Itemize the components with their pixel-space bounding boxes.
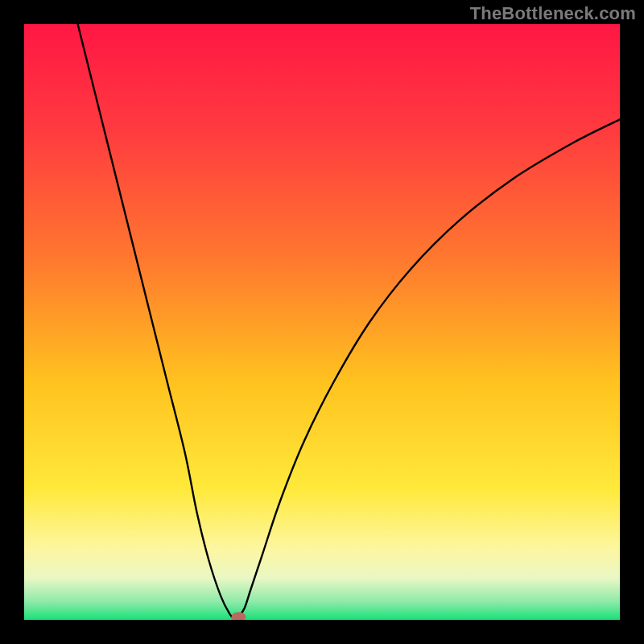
chart-frame: TheBottleneck.com (0, 0, 644, 644)
watermark-text: TheBottleneck.com (470, 3, 636, 24)
bottleneck-chart (24, 24, 620, 620)
plot-area (24, 24, 620, 620)
gradient-background (24, 24, 620, 620)
